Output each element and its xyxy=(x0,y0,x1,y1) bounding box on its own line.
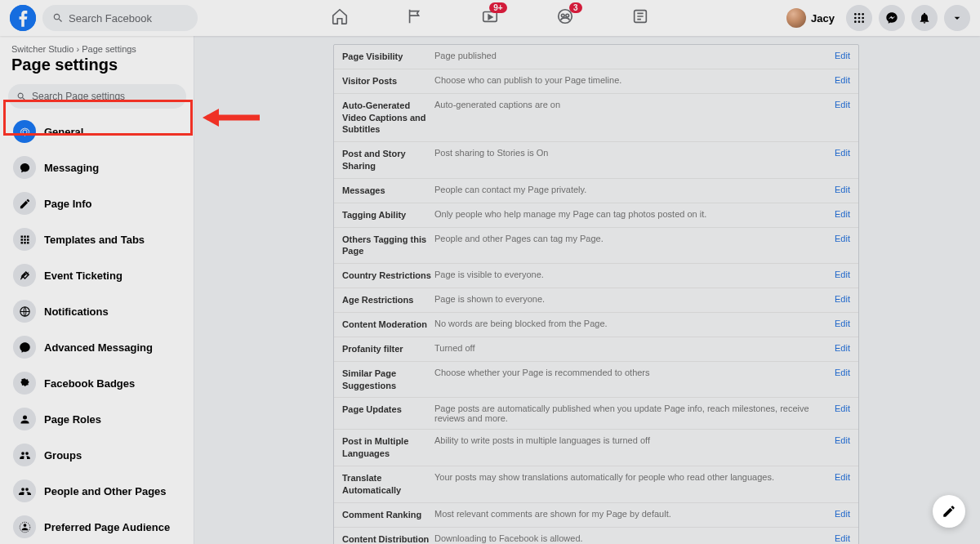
edit-link[interactable]: Edit xyxy=(835,75,850,85)
svg-point-4 xyxy=(565,14,568,17)
edit-link[interactable]: Edit xyxy=(835,509,850,519)
page-title: Page settings xyxy=(0,54,194,81)
svg-point-3 xyxy=(561,14,564,17)
settings-row: Translate AutomaticallyYour posts may sh… xyxy=(334,466,858,503)
sidebar-item-page-roles[interactable]: Page Roles xyxy=(5,401,189,437)
settings-row: Post in Multiple LanguagesAbility to wri… xyxy=(334,430,858,466)
edit-link[interactable]: Edit xyxy=(835,404,850,413)
settings-value: Ability to write posts in multiple langu… xyxy=(434,435,835,445)
user-chip[interactable]: Jacy xyxy=(782,7,840,29)
watch-icon[interactable]: 9+ xyxy=(481,7,499,29)
notifications-button[interactable] xyxy=(911,5,938,31)
sidebar-search[interactable]: Search Page settings xyxy=(8,84,186,109)
sidebar-item-label: Messaging xyxy=(44,162,99,174)
breadcrumb-current: Page settings xyxy=(82,44,136,54)
settings-value: Page is visible to everyone. xyxy=(434,270,835,279)
sidebar-item-page-info[interactable]: Page Info xyxy=(5,185,189,221)
breadcrumb: Switcher Studio › Page settings xyxy=(0,36,194,54)
menu-button[interactable] xyxy=(846,5,872,31)
groups-icon xyxy=(13,444,36,466)
pages-icon[interactable] xyxy=(406,7,424,29)
user-name: Jacy xyxy=(811,12,835,25)
edit-link[interactable]: Edit xyxy=(835,343,850,353)
settings-label: Others Tagging this Page xyxy=(342,234,434,258)
settings-row: Content DistributionDownloading to Faceb… xyxy=(334,528,858,544)
settings-label: Visitor Posts xyxy=(342,75,434,87)
sidebar-item-people-and-other-pages[interactable]: People and Other Pages xyxy=(5,473,189,509)
settings-value: Choose who can publish to your Page time… xyxy=(434,75,835,85)
ticket-icon xyxy=(13,264,36,287)
sidebar-item-advanced-messaging[interactable]: Advanced Messaging xyxy=(5,329,189,365)
edit-link[interactable]: Edit xyxy=(835,294,850,304)
edit-link[interactable]: Edit xyxy=(835,209,850,219)
sidebar-item-label: Facebook Badges xyxy=(44,377,135,390)
messenger-icon xyxy=(13,336,36,359)
settings-value: Most relevant comments are shown for my … xyxy=(434,509,835,519)
edit-link[interactable]: Edit xyxy=(835,435,850,445)
settings-label: Page Visibility xyxy=(342,51,434,63)
settings-label: Comment Ranking xyxy=(342,509,434,521)
messenger-button[interactable] xyxy=(879,5,905,31)
settings-row: Similar Page SuggestionsChoose whether y… xyxy=(334,362,858,399)
search-input[interactable]: Search Facebook xyxy=(42,5,198,31)
account-dropdown-button[interactable] xyxy=(944,5,970,31)
settings-label: Age Restrictions xyxy=(342,294,434,306)
sidebar-item-label: Page Roles xyxy=(44,413,101,426)
settings-label: Content Moderation xyxy=(342,319,434,331)
settings-value: People can contact my Page privately. xyxy=(434,185,835,194)
sidebar-item-label: Event Ticketing xyxy=(44,270,122,282)
settings-row: Post and Story SharingPost sharing to St… xyxy=(334,142,858,179)
settings-row: Age RestrictionsPage is shown to everyon… xyxy=(334,288,858,313)
svg-point-8 xyxy=(862,13,864,16)
sidebar-item-label: Groups xyxy=(44,449,82,462)
edit-link[interactable]: Edit xyxy=(835,185,850,194)
breadcrumb-parent[interactable]: Switcher Studio xyxy=(11,44,74,54)
sidebar-item-messaging[interactable]: Messaging xyxy=(5,149,189,185)
search-icon xyxy=(52,12,64,24)
edit-link[interactable]: Edit xyxy=(835,368,850,377)
settings-table: Page VisibilityPage publishedEditVisitor… xyxy=(333,44,859,544)
settings-row: Tagging AbilityOnly people who help mana… xyxy=(334,203,858,228)
settings-value: Turned off xyxy=(434,343,835,353)
sidebar-item-general[interactable]: General xyxy=(5,114,189,149)
edit-link[interactable]: Edit xyxy=(835,533,850,543)
sidebar-item-groups[interactable]: Groups xyxy=(5,437,189,473)
sidebar-item-event-ticketing[interactable]: Event Ticketing xyxy=(5,257,189,293)
settings-row: Page UpdatesPage posts are automatically… xyxy=(334,398,858,430)
edit-link[interactable]: Edit xyxy=(835,270,850,279)
settings-row: Page VisibilityPage publishedEdit xyxy=(334,45,858,69)
people-icon xyxy=(13,479,36,502)
edit-link[interactable]: Edit xyxy=(835,472,850,482)
groups-icon[interactable]: 3 xyxy=(556,7,574,29)
svg-point-7 xyxy=(858,13,861,16)
home-icon[interactable] xyxy=(331,7,349,29)
sidebar-item-notifications[interactable]: Notifications xyxy=(5,293,189,329)
settings-row: MessagesPeople can contact my Page priva… xyxy=(334,179,858,203)
chat-icon xyxy=(13,156,36,179)
edit-link[interactable]: Edit xyxy=(835,51,850,60)
settings-row: Content ModerationNo words are being blo… xyxy=(334,313,858,337)
edit-link[interactable]: Edit xyxy=(835,234,850,243)
person-icon xyxy=(13,408,36,430)
sidebar-search-placeholder: Search Page settings xyxy=(32,91,125,102)
badge-icon xyxy=(13,372,36,395)
top-right: Jacy xyxy=(782,5,970,31)
sidebar-item-facebook-badges[interactable]: Facebook Badges xyxy=(5,365,189,401)
news-icon[interactable] xyxy=(631,7,649,29)
sidebar: Switcher Studio › Page settings Page set… xyxy=(0,36,194,544)
edit-link[interactable]: Edit xyxy=(835,319,850,328)
facebook-logo[interactable] xyxy=(10,5,36,31)
sidebar-item-preferred-page-audience[interactable]: Preferred Page Audience xyxy=(5,509,189,544)
edit-link[interactable]: Edit xyxy=(835,148,850,158)
avatar xyxy=(786,8,806,28)
settings-value: Your posts may show translations automat… xyxy=(434,472,835,482)
settings-value: Downloading to Facebook is allowed. xyxy=(434,533,835,543)
sidebar-item-templates-and-tabs[interactable]: Templates and Tabs xyxy=(5,221,189,257)
settings-value: No words are being blocked from the Page… xyxy=(434,319,835,328)
sidebar-item-label: Notifications xyxy=(44,305,109,318)
grid-icon xyxy=(13,228,36,251)
sidebar-item-label: Preferred Page Audience xyxy=(44,521,170,533)
edit-link[interactable]: Edit xyxy=(835,100,850,109)
edit-fab[interactable] xyxy=(933,495,965,528)
main-content: Page VisibilityPage publishedEditVisitor… xyxy=(194,36,980,544)
